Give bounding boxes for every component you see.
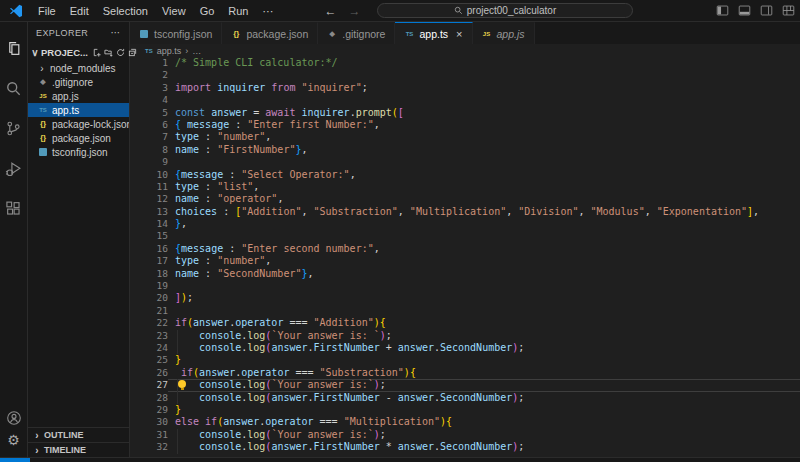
code-line[interactable]: 22if(answer.operator === "Addition"){ — [130, 317, 800, 329]
line-number[interactable]: 14 — [130, 218, 168, 230]
explorer-more-icon[interactable]: ⋯ — [111, 27, 121, 38]
code-line[interactable]: 9 — [130, 156, 800, 168]
code-line[interactable]: 25} — [130, 354, 800, 366]
line-number[interactable]: 32 — [130, 441, 168, 453]
tab--gitignore[interactable]: ◆.gitignore — [318, 22, 395, 44]
line-number[interactable]: 7 — [130, 131, 168, 143]
source-control-icon[interactable] — [0, 108, 28, 148]
extensions-icon[interactable] — [0, 188, 28, 228]
code-line[interactable]: 17type : "number", — [130, 255, 800, 267]
file-item-tsconfig-json[interactable]: tsconfig.json — [28, 145, 129, 159]
line-number[interactable]: 19 — [130, 280, 168, 292]
code-line[interactable]: 27 console.log(`Your answer is:`); — [130, 379, 800, 391]
command-center-search[interactable]: project00_calculator — [377, 3, 633, 18]
line-number[interactable]: 10 — [130, 169, 168, 181]
line-number[interactable]: 8 — [130, 144, 168, 156]
explorer-icon[interactable] — [0, 28, 28, 68]
file-item-package-lock-json[interactable]: {}package-lock.json — [28, 117, 129, 131]
line-number[interactable]: 26 — [130, 367, 168, 379]
line-number[interactable]: 11 — [130, 181, 168, 193]
line-number[interactable]: 28 — [130, 392, 168, 404]
panel-outline[interactable]: ›OUTLINE — [28, 427, 129, 442]
file-item-app-js[interactable]: JSapp.js — [28, 89, 129, 103]
file-item--gitignore[interactable]: ◆.gitignore — [28, 75, 129, 89]
line-number[interactable]: 20 — [130, 292, 168, 304]
line-number[interactable]: 29 — [130, 404, 168, 416]
code-line[interactable]: 23 console.log(`Your answer is: `); — [130, 330, 800, 342]
collapse-folders-icon[interactable] — [128, 48, 137, 57]
line-number[interactable]: 5 — [130, 107, 168, 119]
code-line[interactable]: 18name : "SecondNumber"}, — [130, 268, 800, 280]
line-number[interactable]: 4 — [130, 94, 168, 106]
code-line[interactable]: 11type : "list", — [130, 181, 800, 193]
code-line[interactable]: 13choices : ["Addition", "Substraction",… — [130, 206, 800, 218]
code-line[interactable]: 31 console.log(`Your answer is:`); — [130, 429, 800, 441]
panel-timeline[interactable]: ›TIMELINE — [28, 442, 129, 457]
toggle-secondary-sidebar-icon[interactable] — [760, 4, 773, 17]
tab-app-ts[interactable]: TSapp.ts× — [395, 22, 472, 44]
line-number[interactable]: 21 — [130, 305, 168, 317]
line-number[interactable]: 1 — [130, 57, 168, 69]
menu-item-go[interactable]: Go — [193, 0, 222, 22]
code-line[interactable]: 20]); — [130, 292, 800, 304]
tab-app-js[interactable]: JSapp.js — [473, 22, 535, 44]
line-number[interactable]: 27 — [130, 379, 168, 391]
code-line[interactable]: 5const answer = await inquirer.prompt([ — [130, 107, 800, 119]
code-line[interactable]: 2 — [130, 69, 800, 81]
line-number[interactable]: 3 — [130, 82, 168, 94]
code-line[interactable]: 26 if(answer.operator === "Substraction"… — [130, 367, 800, 379]
code-line[interactable]: 10{message : "Select Operator:", — [130, 169, 800, 181]
line-number[interactable]: 25 — [130, 354, 168, 366]
line-number[interactable]: 12 — [130, 193, 168, 205]
file-item-package-json[interactable]: {}package.json — [28, 131, 129, 145]
code-line[interactable]: 21 — [130, 305, 800, 317]
refresh-explorer-icon[interactable] — [116, 48, 125, 57]
new-folder-icon[interactable] — [104, 48, 113, 57]
toggle-sidebar-icon[interactable] — [716, 4, 729, 17]
menu-item-selection[interactable]: Selection — [96, 0, 155, 22]
code-line[interactable]: 32 console.log(answer.FirstNumber * answ… — [130, 441, 800, 453]
line-number[interactable]: 17 — [130, 255, 168, 267]
project-section-header[interactable]: ∨ PROJEC... — [28, 43, 129, 61]
line-number[interactable]: 31 — [130, 429, 168, 441]
line-number[interactable]: 6 — [130, 119, 168, 131]
breadcrumb-file[interactable]: app.ts — [157, 46, 182, 56]
menu-item-run[interactable]: Run — [221, 0, 255, 22]
tab-package-json[interactable]: {}package.json — [222, 22, 318, 44]
run-and-debug-icon[interactable] — [0, 148, 28, 188]
menu-item-more[interactable]: ⋯ — [256, 0, 281, 22]
tab-tsconfig-json[interactable]: tsconfig.json — [130, 22, 222, 44]
code-area[interactable]: 1/* Simple CLI calculator:*/23import inq… — [130, 57, 800, 457]
settings-gear-icon[interactable]: ⚙ — [7, 433, 20, 447]
line-number[interactable]: 24 — [130, 342, 168, 354]
line-number[interactable]: 18 — [130, 268, 168, 280]
code-line[interactable]: 1/* Simple CLI calculator:*/ — [130, 57, 800, 69]
code-line[interactable]: 29} — [130, 404, 800, 416]
line-number[interactable]: 2 — [130, 69, 168, 81]
line-number[interactable]: 22 — [130, 317, 168, 329]
code-line[interactable]: 16{message : "Enter second number:", — [130, 243, 800, 255]
code-line[interactable]: 6{ message : "Enter first Number:", — [130, 119, 800, 131]
close-icon[interactable]: × — [456, 28, 462, 40]
code-line[interactable]: 19 — [130, 280, 800, 292]
go-back-icon[interactable]: ← — [325, 4, 337, 18]
customize-layout-icon[interactable] — [782, 4, 795, 17]
go-forward-icon[interactable]: → — [349, 4, 361, 18]
code-line[interactable]: 4 — [130, 94, 800, 106]
line-number[interactable]: 23 — [130, 330, 168, 342]
code-line[interactable]: 24 console.log(answer.FirstNumber + answ… — [130, 342, 800, 354]
file-item-app-ts[interactable]: TSapp.ts — [28, 103, 129, 117]
line-number[interactable]: 15 — [130, 230, 168, 242]
code-line[interactable]: 7type : "number", — [130, 131, 800, 143]
code-line[interactable]: 14}, — [130, 218, 800, 230]
menu-item-edit[interactable]: Edit — [63, 0, 96, 22]
remote-indicator[interactable] — [0, 458, 30, 462]
code-line[interactable]: 8name : "FirstNumber"}, — [130, 144, 800, 156]
account-icon[interactable] — [6, 410, 22, 426]
menu-item-file[interactable]: File — [31, 0, 63, 22]
code-line[interactable]: 28 console.log(answer.FirstNumber - answ… — [130, 392, 800, 404]
code-line[interactable]: 30else if(answer.operator === "Multiplic… — [130, 416, 800, 428]
line-number[interactable]: 9 — [130, 156, 168, 168]
line-number[interactable]: 30 — [130, 416, 168, 428]
code-line[interactable]: 12name : "operator", — [130, 193, 800, 205]
